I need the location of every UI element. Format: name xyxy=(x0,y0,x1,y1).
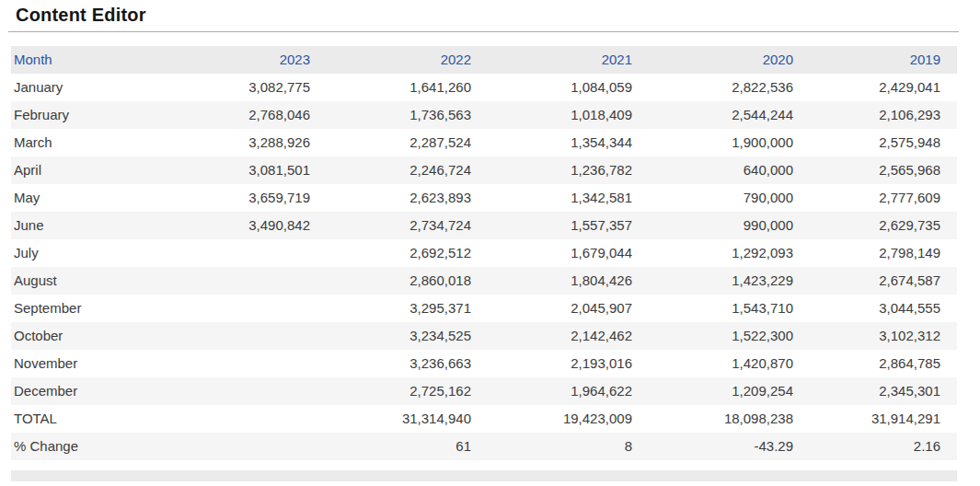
row-label: June xyxy=(11,212,167,239)
value-cell: 3,044,555 xyxy=(812,295,957,322)
row-label: September xyxy=(11,295,167,322)
column-header-2020: 2020 xyxy=(651,46,812,74)
value-cell: 3,288,926 xyxy=(167,129,329,156)
value-cell: 2,246,724 xyxy=(329,156,490,184)
value-cell: 3,236,663 xyxy=(329,350,490,377)
monthly-stats-table: Month20232022202120202019 January3,082,7… xyxy=(11,46,957,460)
column-header-2022: 2022 xyxy=(329,46,490,74)
value-cell: 2,822,536 xyxy=(651,74,812,101)
value-cell: 1,354,344 xyxy=(490,129,651,156)
value-cell: 640,000 xyxy=(651,156,812,184)
column-header-link-2019[interactable]: 2019 xyxy=(910,52,940,67)
value-cell: 2,575,948 xyxy=(812,129,957,156)
value-cell: 1,557,357 xyxy=(490,212,651,239)
value-cell: 1,209,254 xyxy=(651,377,812,405)
value-cell: 2,768,046 xyxy=(167,101,329,129)
row-label: November xyxy=(11,350,167,377)
table-row: January3,082,7751,641,2601,084,0592,822,… xyxy=(11,74,957,101)
table-row: TOTAL31,314,94019,423,00918,098,23831,91… xyxy=(11,405,957,433)
value-cell: 1,018,409 xyxy=(490,101,651,129)
value-cell: 2,106,293 xyxy=(812,101,957,129)
row-label: % Change xyxy=(11,433,167,460)
value-cell: 2,045,907 xyxy=(490,295,651,322)
next-table-header-strip xyxy=(11,470,957,481)
value-cell: 3,081,501 xyxy=(167,156,329,184)
value-cell xyxy=(167,433,329,460)
table-row: October3,234,5252,142,4621,522,3003,102,… xyxy=(11,322,957,350)
value-cell: 3,295,371 xyxy=(329,295,490,322)
value-cell xyxy=(167,295,329,322)
table-row: % Change618-43.292.16 xyxy=(11,433,957,460)
value-cell: 3,234,525 xyxy=(329,322,490,350)
value-cell: 19,423,009 xyxy=(490,405,651,433)
value-cell: 2,725,162 xyxy=(329,377,490,405)
content-area: Content Editor Month20232022202120202019… xyxy=(8,0,959,481)
row-label: April xyxy=(11,156,167,184)
table-row: March3,288,9262,287,5241,354,3441,900,00… xyxy=(11,129,957,156)
value-cell: 990,000 xyxy=(651,212,812,239)
table-row: August2,860,0181,804,4261,423,2292,674,5… xyxy=(11,267,957,295)
value-cell: 2,692,512 xyxy=(329,239,490,267)
value-cell: 2,544,244 xyxy=(651,101,812,129)
value-cell: 2,777,609 xyxy=(812,184,957,212)
row-label: December xyxy=(11,377,167,405)
table-row: July2,692,5121,679,0441,292,0932,798,149 xyxy=(11,239,957,267)
value-cell: 1,543,710 xyxy=(651,295,812,322)
column-header-link-2021[interactable]: 2021 xyxy=(602,52,632,67)
column-header-2023: 2023 xyxy=(167,46,329,74)
value-cell: 2,860,018 xyxy=(329,267,490,295)
row-label: March xyxy=(11,129,167,156)
value-cell: 2,429,041 xyxy=(812,74,957,101)
value-cell: 1,084,059 xyxy=(490,74,651,101)
row-label: February xyxy=(11,101,167,129)
table-row: November3,236,6632,193,0161,420,8702,864… xyxy=(11,350,957,377)
row-label: October xyxy=(11,322,167,350)
value-cell: 1,423,229 xyxy=(651,267,812,295)
value-cell: 3,102,312 xyxy=(812,322,957,350)
table-row: December2,725,1621,964,6221,209,2542,345… xyxy=(11,377,957,405)
table-row: April3,081,5012,246,7241,236,782640,0002… xyxy=(11,156,957,184)
column-header-month: Month xyxy=(11,46,167,74)
value-cell: 31,914,291 xyxy=(812,405,957,433)
value-cell xyxy=(167,267,329,295)
value-cell: 61 xyxy=(329,433,490,460)
table-header-row: Month20232022202120202019 xyxy=(11,46,957,74)
column-header-2021: 2021 xyxy=(490,46,651,74)
value-cell: 3,659,719 xyxy=(167,184,329,212)
value-cell xyxy=(167,350,329,377)
value-cell xyxy=(167,377,329,405)
value-cell: 1,736,563 xyxy=(329,101,490,129)
value-cell: 1,641,260 xyxy=(329,74,490,101)
row-label: January xyxy=(11,74,167,101)
value-cell: 2,142,462 xyxy=(490,322,651,350)
column-header-link-2023[interactable]: 2023 xyxy=(280,52,310,67)
value-cell: 1,679,044 xyxy=(490,239,651,267)
value-cell: 2,629,735 xyxy=(812,212,957,239)
value-cell: 1,964,622 xyxy=(490,377,651,405)
value-cell xyxy=(167,322,329,350)
value-cell: 1,292,093 xyxy=(651,239,812,267)
value-cell: -43.29 xyxy=(651,433,812,460)
column-header-link-2022[interactable]: 2022 xyxy=(441,52,471,67)
row-label: May xyxy=(11,184,167,212)
column-header-link-2020[interactable]: 2020 xyxy=(763,52,793,67)
table-header: Month20232022202120202019 xyxy=(11,46,957,74)
value-cell: 1,420,870 xyxy=(651,350,812,377)
value-cell: 790,000 xyxy=(651,184,812,212)
value-cell: 1,522,300 xyxy=(651,322,812,350)
column-header-link-month[interactable]: Month xyxy=(14,52,52,67)
value-cell: 2,623,893 xyxy=(329,184,490,212)
value-cell: 31,314,940 xyxy=(329,405,490,433)
row-label: August xyxy=(11,267,167,295)
value-cell: 1,900,000 xyxy=(651,129,812,156)
value-cell: 3,082,775 xyxy=(167,74,329,101)
value-cell xyxy=(167,405,329,433)
value-cell: 1,804,426 xyxy=(490,267,651,295)
row-label: TOTAL xyxy=(11,405,167,433)
row-label: July xyxy=(11,239,167,267)
value-cell: 2,798,149 xyxy=(812,239,957,267)
value-cell: 2,565,968 xyxy=(812,156,957,184)
value-cell: 2.16 xyxy=(812,433,957,460)
value-cell: 3,490,842 xyxy=(167,212,329,239)
table-row: September3,295,3712,045,9071,543,7103,04… xyxy=(11,295,957,322)
